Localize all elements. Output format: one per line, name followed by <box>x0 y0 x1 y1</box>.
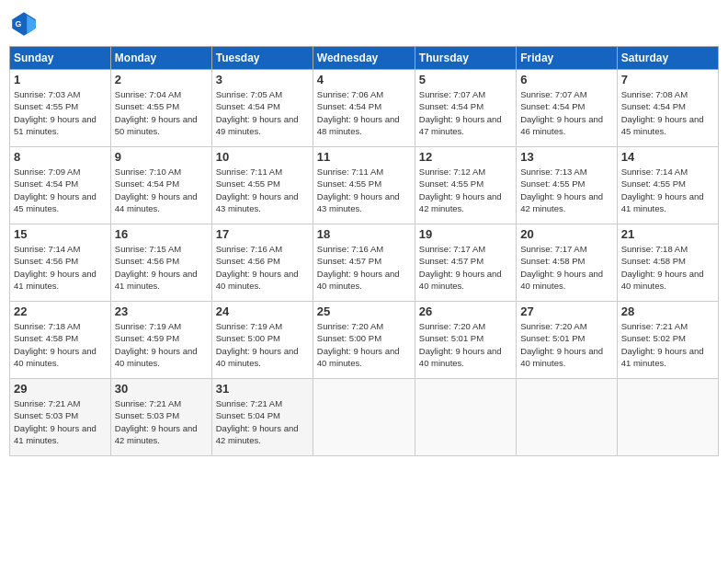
sunrise: Sunrise: 7:05 AM <box>216 89 282 99</box>
daylight: Daylight: 9 hours and 40 minutes. <box>621 269 704 291</box>
day-number: 17 <box>216 227 309 241</box>
sunset: Sunset: 4:56 PM <box>216 256 280 266</box>
sunset: Sunset: 4:55 PM <box>14 101 78 111</box>
calendar-week-3: 15 Sunrise: 7:14 AM Sunset: 4:56 PM Dayl… <box>10 224 719 302</box>
sunrise: Sunrise: 7:17 AM <box>520 244 586 254</box>
sunset: Sunset: 4:57 PM <box>419 256 483 266</box>
day-info: Sunrise: 7:20 AM Sunset: 5:01 PM Dayligh… <box>419 320 512 369</box>
daylight: Daylight: 9 hours and 51 minutes. <box>14 114 97 136</box>
sunset: Sunset: 4:57 PM <box>317 256 381 266</box>
sunrise: Sunrise: 7:07 AM <box>520 89 586 99</box>
sunrise: Sunrise: 7:06 AM <box>317 89 383 99</box>
calendar-cell <box>517 379 617 456</box>
day-number: 11 <box>317 150 411 164</box>
sunrise: Sunrise: 7:17 AM <box>419 244 485 254</box>
sunrise: Sunrise: 7:09 AM <box>14 167 80 177</box>
daylight: Daylight: 9 hours and 42 minutes. <box>520 191 603 213</box>
day-info: Sunrise: 7:03 AM Sunset: 4:55 PM Dayligh… <box>14 88 107 137</box>
day-info: Sunrise: 7:18 AM Sunset: 4:58 PM Dayligh… <box>621 243 714 292</box>
calendar-cell: 26 Sunrise: 7:20 AM Sunset: 5:01 PM Dayl… <box>415 302 516 379</box>
calendar-cell: 14 Sunrise: 7:14 AM Sunset: 4:55 PM Dayl… <box>617 147 718 224</box>
sunrise: Sunrise: 7:14 AM <box>14 244 80 254</box>
daylight: Daylight: 9 hours and 45 minutes. <box>14 191 97 213</box>
calendar-cell: 10 Sunrise: 7:11 AM Sunset: 4:55 PM Dayl… <box>211 147 313 224</box>
daylight: Daylight: 9 hours and 42 minutes. <box>216 423 299 445</box>
sunrise: Sunrise: 7:10 AM <box>115 167 181 177</box>
day-number: 26 <box>419 304 512 318</box>
day-number: 6 <box>520 73 612 86</box>
calendar-cell: 19 Sunrise: 7:17 AM Sunset: 4:57 PM Dayl… <box>415 224 516 302</box>
daylight: Daylight: 9 hours and 40 minutes. <box>419 346 502 368</box>
daylight: Daylight: 9 hours and 40 minutes. <box>419 269 502 291</box>
calendar-cell: 17 Sunrise: 7:16 AM Sunset: 4:56 PM Dayl… <box>211 224 313 302</box>
day-number: 27 <box>520 304 612 318</box>
sunrise: Sunrise: 7:18 AM <box>621 244 688 254</box>
sunset: Sunset: 4:59 PM <box>115 333 179 343</box>
day-number: 25 <box>317 304 411 318</box>
day-number: 2 <box>115 73 208 86</box>
day-number: 13 <box>520 150 612 164</box>
calendar-body: 1 Sunrise: 7:03 AM Sunset: 4:55 PM Dayli… <box>10 70 719 456</box>
day-info: Sunrise: 7:05 AM Sunset: 4:54 PM Dayligh… <box>216 88 309 137</box>
daylight: Daylight: 9 hours and 40 minutes. <box>115 346 198 368</box>
calendar-week-5: 29 Sunrise: 7:21 AM Sunset: 5:03 PM Dayl… <box>10 379 719 456</box>
daylight: Daylight: 9 hours and 40 minutes. <box>317 269 400 291</box>
day-info: Sunrise: 7:19 AM Sunset: 4:59 PM Dayligh… <box>115 320 208 369</box>
day-number: 14 <box>621 150 714 164</box>
day-info: Sunrise: 7:21 AM Sunset: 5:02 PM Dayligh… <box>621 320 714 369</box>
daylight: Daylight: 9 hours and 46 minutes. <box>520 114 603 136</box>
daylight: Daylight: 9 hours and 42 minutes. <box>115 423 198 445</box>
sunrise: Sunrise: 7:20 AM <box>317 321 383 331</box>
daylight: Daylight: 9 hours and 40 minutes. <box>317 346 400 368</box>
sunset: Sunset: 4:54 PM <box>520 101 585 111</box>
daylight: Daylight: 9 hours and 50 minutes. <box>115 114 198 136</box>
sunrise: Sunrise: 7:21 AM <box>216 398 282 408</box>
sunrise: Sunrise: 7:21 AM <box>115 398 181 408</box>
day-number: 9 <box>115 150 208 164</box>
sunset: Sunset: 5:01 PM <box>520 333 585 343</box>
calendar-cell: 5 Sunrise: 7:07 AM Sunset: 4:54 PM Dayli… <box>415 70 516 147</box>
sunrise: Sunrise: 7:19 AM <box>216 321 282 331</box>
calendar-cell: 23 Sunrise: 7:19 AM Sunset: 4:59 PM Dayl… <box>110 302 211 379</box>
weekday-header-saturday: Saturday <box>617 47 718 70</box>
day-number: 10 <box>216 150 309 164</box>
weekday-header-wednesday: Wednesday <box>313 47 415 70</box>
weekday-header-row: SundayMondayTuesdayWednesdayThursdayFrid… <box>10 47 719 70</box>
sunset: Sunset: 4:54 PM <box>14 178 78 189</box>
sunset: Sunset: 5:01 PM <box>419 333 483 343</box>
day-info: Sunrise: 7:21 AM Sunset: 5:03 PM Dayligh… <box>115 397 208 446</box>
day-number: 28 <box>621 304 714 318</box>
day-info: Sunrise: 7:18 AM Sunset: 4:58 PM Dayligh… <box>14 320 107 369</box>
daylight: Daylight: 9 hours and 43 minutes. <box>216 191 299 213</box>
sunrise: Sunrise: 7:19 AM <box>115 321 181 331</box>
day-number: 19 <box>419 227 512 241</box>
daylight: Daylight: 9 hours and 41 minutes. <box>115 269 198 291</box>
calendar-cell: 20 Sunrise: 7:17 AM Sunset: 4:58 PM Dayl… <box>517 224 617 302</box>
day-info: Sunrise: 7:19 AM Sunset: 5:00 PM Dayligh… <box>216 320 309 369</box>
calendar-cell <box>617 379 718 456</box>
sunrise: Sunrise: 7:12 AM <box>419 167 485 177</box>
calendar-week-2: 8 Sunrise: 7:09 AM Sunset: 4:54 PM Dayli… <box>10 147 719 224</box>
day-info: Sunrise: 7:08 AM Sunset: 4:54 PM Dayligh… <box>621 88 714 137</box>
daylight: Daylight: 9 hours and 43 minutes. <box>317 191 400 213</box>
day-number: 29 <box>14 382 107 396</box>
sunset: Sunset: 4:58 PM <box>621 256 686 266</box>
daylight: Daylight: 9 hours and 48 minutes. <box>317 114 400 136</box>
svg-text:G: G <box>15 19 21 29</box>
daylight: Daylight: 9 hours and 40 minutes. <box>520 269 603 291</box>
day-info: Sunrise: 7:14 AM Sunset: 4:56 PM Dayligh… <box>14 243 107 292</box>
sunset: Sunset: 5:00 PM <box>317 333 381 343</box>
page-header: G <box>9 9 719 39</box>
day-info: Sunrise: 7:13 AM Sunset: 4:55 PM Dayligh… <box>520 166 612 214</box>
day-number: 21 <box>621 227 714 241</box>
weekday-header-friday: Friday <box>517 47 617 70</box>
sunrise: Sunrise: 7:08 AM <box>621 89 688 99</box>
sunset: Sunset: 4:56 PM <box>14 256 78 266</box>
sunset: Sunset: 4:55 PM <box>520 178 585 189</box>
calendar-cell <box>313 379 415 456</box>
sunrise: Sunrise: 7:11 AM <box>317 167 383 177</box>
day-number: 31 <box>216 382 309 396</box>
logo-icon: G <box>9 9 39 39</box>
calendar-cell: 1 Sunrise: 7:03 AM Sunset: 4:55 PM Dayli… <box>10 70 111 147</box>
day-number: 12 <box>419 150 512 164</box>
